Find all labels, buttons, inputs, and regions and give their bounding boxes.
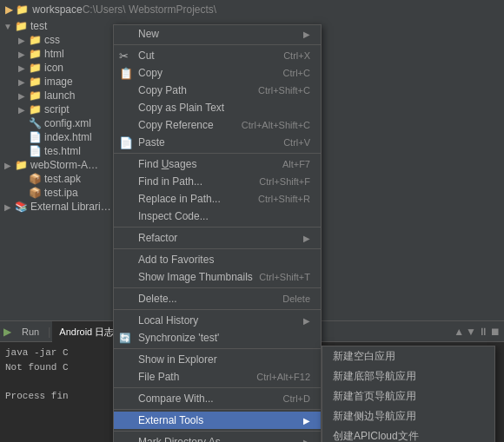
submenu-item-bottom-nav[interactable]: 新建底部导航应用 bbox=[322, 366, 494, 386]
menu-item-cut[interactable]: ✂ Cut Ctrl+X bbox=[114, 47, 321, 64]
stop-icon[interactable]: ⏹ bbox=[490, 326, 501, 338]
menu-item-compare[interactable]: Compare With... Ctrl+D bbox=[114, 390, 321, 407]
menu-item-show-thumbnails[interactable]: Show Image Thumbnails Ctrl+Shift+T bbox=[114, 268, 321, 286]
menu-separator bbox=[114, 153, 321, 154]
menu-item-refactor[interactable]: Refactor ▶ bbox=[114, 229, 321, 247]
submenu-item-side-nav[interactable]: 新建侧边导航应用 bbox=[322, 406, 494, 426]
tree-item-icon[interactable]: ▶ 📁 icon bbox=[0, 61, 113, 75]
tree-item-index[interactable]: ▶ 📄 index.html bbox=[0, 130, 113, 144]
ipa-icon: 📦 bbox=[28, 187, 42, 199]
shortcut: Ctrl+Shift+T bbox=[259, 272, 310, 282]
tree-label: css bbox=[44, 34, 60, 46]
menu-item-mark-dir[interactable]: Mark Directory As ▶ bbox=[114, 433, 321, 442]
submenu-label: 新建空白应用 bbox=[333, 349, 395, 364]
tree-item-image[interactable]: ▶ 📁 image bbox=[0, 75, 113, 89]
run-icon[interactable]: ▶ bbox=[0, 326, 15, 338]
folder-icon: 📁 bbox=[28, 89, 42, 102]
menu-item-delete[interactable]: Delete... Delete bbox=[114, 290, 321, 307]
submenu-item-home-nav[interactable]: 新建首页导航应用 bbox=[322, 386, 494, 406]
menu-item-add-favorites[interactable]: Add to Favorites bbox=[114, 251, 321, 268]
tree-label: html bbox=[44, 48, 64, 60]
shortcut: Ctrl+C bbox=[283, 68, 310, 78]
tree-item-extlib[interactable]: ▶ 📚 External Librari… bbox=[0, 200, 113, 214]
folder-icon: 📁 bbox=[28, 34, 42, 46]
menu-separator bbox=[114, 348, 321, 349]
menu-item-paste[interactable]: 📄 Paste Ctrl+V bbox=[114, 134, 321, 151]
tab-run[interactable]: Run bbox=[15, 321, 46, 342]
tree-label: index.html bbox=[44, 131, 92, 143]
menu-item-file-path[interactable]: File Path Ctrl+Alt+F12 bbox=[114, 368, 321, 386]
tree-item-ipa[interactable]: ▶ 📦 test.ipa bbox=[0, 186, 113, 200]
up-icon[interactable]: ▲ bbox=[454, 326, 464, 338]
menu-label: Inspect Code... bbox=[138, 210, 209, 222]
menu-label: Show Image Thumbnails bbox=[138, 271, 253, 283]
expand-arrow: ▶ bbox=[16, 36, 28, 45]
shortcut: Ctrl+Alt+Shift+C bbox=[242, 120, 310, 130]
html-icon: 📄 bbox=[28, 131, 42, 143]
tree-item-script[interactable]: ▶ 📁 script bbox=[0, 102, 113, 116]
menu-separator bbox=[114, 309, 321, 310]
tree-item-apk[interactable]: ▶ 📦 test.apk bbox=[0, 172, 113, 186]
submenu-arrow: ▶ bbox=[303, 416, 310, 426]
tree-item-css[interactable]: ▶ 📁 css bbox=[0, 33, 113, 47]
menu-item-copy-ref[interactable]: Copy Reference Ctrl+Alt+Shift+C bbox=[114, 116, 321, 134]
menu-label: Synchronize 'test' bbox=[138, 332, 219, 344]
expand-arrow: ▶ bbox=[16, 49, 28, 59]
menu-label: Cut bbox=[138, 49, 155, 62]
expand-arrow: ▶ bbox=[2, 202, 14, 212]
workspace-title: workspace bbox=[32, 3, 82, 16]
folder-icon: 📁 bbox=[28, 62, 42, 74]
menu-item-copy-path[interactable]: Copy Path Ctrl+Shift+C bbox=[114, 82, 321, 99]
menu-item-copy-plain[interactable]: Copy as Plain Text bbox=[114, 99, 321, 116]
workspace-path: C:\Users\ WebstormProjects\ bbox=[83, 3, 216, 16]
menu-item-synchronize[interactable]: 🔄 Synchronize 'test' bbox=[114, 329, 321, 346]
tree-item-webstorm[interactable]: ▶ 📁 webStorm-A… bbox=[0, 158, 113, 172]
folder-icon: 📁 bbox=[28, 103, 42, 115]
submenu-label: 新建首页导航应用 bbox=[333, 389, 416, 404]
folder-icon: 📁 bbox=[28, 48, 42, 60]
menu-label: Show in Explorer bbox=[138, 353, 217, 366]
menu-item-copy[interactable]: 📋 Copy Ctrl+C bbox=[114, 64, 321, 82]
folder-icon: 📁 bbox=[28, 76, 42, 88]
submenu-arrow: ▶ bbox=[303, 30, 310, 39]
shortcut: Ctrl+Alt+F12 bbox=[256, 372, 310, 382]
tree-item-config[interactable]: ▶ 🔧 config.xml bbox=[0, 116, 113, 130]
submenu-item-blank-app[interactable]: 新建空白应用 bbox=[322, 346, 494, 366]
shortcut: Ctrl+Shift+F bbox=[259, 176, 310, 187]
menu-separator bbox=[114, 387, 321, 388]
menu-item-external-tools[interactable]: External Tools ▶ bbox=[114, 412, 321, 429]
menu-label: Paste bbox=[138, 136, 165, 148]
tree-item-html[interactable]: ▶ 📁 html bbox=[0, 47, 113, 61]
menu-label: Copy Path bbox=[138, 84, 187, 96]
lib-icon: 📚 bbox=[14, 201, 28, 213]
menu-item-new[interactable]: New ▶ bbox=[114, 25, 321, 43]
context-menu: New ▶ ✂ Cut Ctrl+X 📋 Copy Ctrl+C Copy Pa… bbox=[113, 24, 322, 442]
apk-icon: 📦 bbox=[28, 173, 42, 185]
tree-label: External Librari… bbox=[30, 201, 111, 213]
menu-item-inspect[interactable]: Inspect Code... bbox=[114, 208, 321, 225]
menu-item-find-usages[interactable]: Find Usages Alt+F7 bbox=[114, 155, 321, 173]
menu-item-find-path[interactable]: Find in Path... Ctrl+Shift+F bbox=[114, 173, 321, 190]
tree-item-test[interactable]: ▼ 📁 test bbox=[0, 19, 113, 33]
menu-item-replace-path[interactable]: Replace in Path... Ctrl+Shift+R bbox=[114, 190, 321, 208]
folder-icon: 📁 bbox=[14, 159, 28, 171]
menu-separator bbox=[114, 431, 321, 432]
tree-item-tes[interactable]: ▶ 📄 tes.html bbox=[0, 144, 113, 158]
menu-item-local-history[interactable]: Local History ▶ bbox=[114, 312, 321, 329]
shortcut: Ctrl+D bbox=[283, 393, 310, 404]
pause-icon[interactable]: ⏸ bbox=[478, 326, 488, 338]
shortcut: Ctrl+X bbox=[283, 50, 310, 61]
expand-arrow: ▶ bbox=[16, 63, 28, 73]
copy-icon: 📋 bbox=[119, 67, 133, 80]
down-icon[interactable]: ▼ bbox=[466, 326, 476, 338]
submenu-item-api-cloud[interactable]: 创建APICloud文件 bbox=[322, 426, 494, 442]
menu-item-show-explorer[interactable]: Show in Explorer bbox=[114, 351, 321, 368]
tree-label: image bbox=[44, 76, 73, 88]
submenu-arrow: ▶ bbox=[303, 438, 310, 443]
shortcut: Delete bbox=[282, 294, 310, 304]
shortcut: Ctrl+Shift+C bbox=[258, 85, 310, 96]
submenu-arrow: ▶ bbox=[303, 316, 310, 326]
shortcut: Alt+F7 bbox=[282, 159, 310, 169]
tree-item-launch[interactable]: ▶ 📁 launch bbox=[0, 89, 113, 102]
menu-separator bbox=[114, 409, 321, 410]
